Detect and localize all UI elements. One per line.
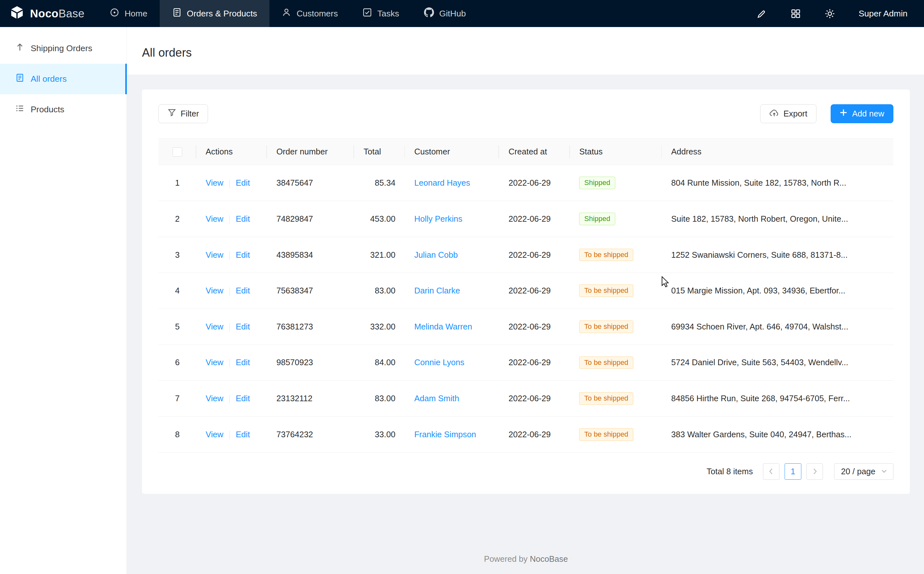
customer-link[interactable]: Frankie Simpson <box>414 430 476 439</box>
customer-cell: Leonard Hayes <box>405 165 499 201</box>
table-row: 2 ViewEdit 74829847 453.00 Holly Perkins… <box>158 201 893 237</box>
table-row: 7 ViewEdit 23132112 83.00 Adam Smith 202… <box>158 381 893 417</box>
total-cell: 83.00 <box>354 273 405 309</box>
edit-link[interactable]: Edit <box>236 286 250 295</box>
edit-link[interactable]: Edit <box>236 358 250 367</box>
action-divider <box>229 323 230 331</box>
edit-link[interactable]: Edit <box>236 250 250 259</box>
home-icon <box>110 8 119 19</box>
edit-link[interactable]: Edit <box>236 394 250 403</box>
nav-item-github[interactable]: GitHub <box>411 0 478 27</box>
user-menu[interactable]: Super Admin <box>859 9 908 19</box>
total-cell: 83.00 <box>354 381 405 417</box>
nav-item-customers[interactable]: Customers <box>270 0 350 27</box>
status-cell: To be shipped <box>570 237 662 273</box>
row-index: 3 <box>158 237 196 273</box>
status-badge: To be shipped <box>579 320 633 333</box>
customer-link[interactable]: Holly Perkins <box>414 214 462 223</box>
sidebar-item-shipping-orders[interactable]: Shipping Orders <box>0 33 126 63</box>
nav-item-orders-products[interactable]: Orders & Products <box>160 0 270 27</box>
customer-cell: Darin Clarke <box>405 273 499 309</box>
view-link[interactable]: View <box>206 178 223 187</box>
plus-icon <box>840 109 847 118</box>
orders-table: Actions Order number Total Customer Crea… <box>158 138 893 453</box>
order-number-cell: 74829847 <box>267 201 354 237</box>
chevron-down-icon <box>881 467 887 476</box>
add-new-button[interactable]: Add new <box>831 104 893 123</box>
sidebar-item-products[interactable]: Products <box>0 94 126 125</box>
row-index: 2 <box>158 201 196 237</box>
nav-item-tasks[interactable]: Tasks <box>350 0 411 27</box>
view-link[interactable]: View <box>206 394 223 403</box>
next-page-button[interactable] <box>807 463 823 480</box>
edit-link[interactable]: Edit <box>236 430 250 439</box>
table-row: 5 ViewEdit 76381273 332.00 Melinda Warre… <box>158 309 893 345</box>
action-divider <box>229 359 230 367</box>
column-header-order-number: Order number <box>267 139 354 165</box>
order-number-cell: 43895834 <box>267 237 354 273</box>
order-number-cell: 23132112 <box>267 381 354 417</box>
ui-editor-highlighter-icon[interactable] <box>756 8 766 19</box>
row-index: 6 <box>158 345 196 381</box>
created-at-cell: 2022-06-29 <box>499 201 570 237</box>
page-size-value: 20 / page <box>841 467 875 476</box>
customer-link[interactable]: Melinda Warren <box>414 322 472 331</box>
order-number-cell: 73764232 <box>267 416 354 453</box>
status-cell: To be shipped <box>570 273 662 309</box>
view-link[interactable]: View <box>206 214 223 223</box>
customer-link[interactable]: Julian Cobb <box>414 250 458 259</box>
customer-link[interactable]: Darin Clarke <box>414 286 460 295</box>
nav-label: GitHub <box>439 9 466 19</box>
apps-grid-icon[interactable] <box>790 8 801 19</box>
customer-link[interactable]: Leonard Hayes <box>414 178 471 187</box>
nav-label: Tasks <box>377 9 399 19</box>
view-link[interactable]: View <box>206 250 223 259</box>
export-button[interactable]: Export <box>760 104 817 123</box>
page-number-1[interactable]: 1 <box>785 463 801 480</box>
view-link[interactable]: View <box>206 430 223 439</box>
total-cell: 332.00 <box>354 309 405 345</box>
customer-cell: Julian Cobb <box>405 237 499 273</box>
edit-link[interactable]: Edit <box>236 178 250 187</box>
view-link[interactable]: View <box>206 358 223 367</box>
content-area: Filter Export <box>127 75 924 574</box>
customers-icon <box>282 8 291 19</box>
page-size-select[interactable]: 20 / page <box>834 463 893 480</box>
table-row: 1 ViewEdit 38475647 85.34 Leonard Hayes … <box>158 165 893 201</box>
footer-brand-link[interactable]: NocoBase <box>530 554 568 563</box>
filter-button[interactable]: Filter <box>158 104 208 123</box>
status-badge: To be shipped <box>579 356 633 369</box>
row-index: 5 <box>158 309 196 345</box>
created-at-cell: 2022-06-29 <box>499 165 570 201</box>
row-index: 4 <box>158 273 196 309</box>
view-link[interactable]: View <box>206 286 223 295</box>
status-badge: Shipped <box>579 177 615 189</box>
action-divider <box>229 395 230 404</box>
total-cell: 84.00 <box>354 345 405 381</box>
github-icon <box>424 7 434 20</box>
action-divider <box>229 431 230 439</box>
customer-link[interactable]: Connie Lyons <box>414 358 464 367</box>
edit-link[interactable]: Edit <box>236 214 250 223</box>
sidebar-item-all-orders[interactable]: All orders <box>0 64 126 94</box>
table-toolbar: Filter Export <box>158 104 893 123</box>
column-header-created-at: Created at <box>499 139 570 165</box>
created-at-cell: 2022-06-29 <box>499 345 570 381</box>
top-navbar: NocoBase Home Orders & Products <box>0 0 924 27</box>
settings-gear-icon[interactable] <box>824 8 835 19</box>
sidebar-item-label: Products <box>31 104 65 115</box>
row-index: 7 <box>158 381 196 417</box>
sidebar: Shipping Orders All orders <box>0 27 127 574</box>
table-row: 4 ViewEdit 75638347 83.00 Darin Clarke 2… <box>158 273 893 309</box>
action-divider <box>229 215 230 224</box>
customer-link[interactable]: Adam Smith <box>414 394 459 403</box>
nav-item-home[interactable]: Home <box>98 0 160 27</box>
edit-link[interactable]: Edit <box>236 322 250 331</box>
view-link[interactable]: View <box>206 322 223 331</box>
select-all-checkbox[interactable] <box>172 147 182 157</box>
actions-cell: ViewEdit <box>196 165 267 201</box>
powered-by-footer: Powered by NocoBase <box>142 541 910 574</box>
status-cell: Shipped <box>570 201 662 237</box>
nocobase-logo[interactable]: NocoBase <box>9 5 84 22</box>
prev-page-button[interactable] <box>763 463 779 480</box>
